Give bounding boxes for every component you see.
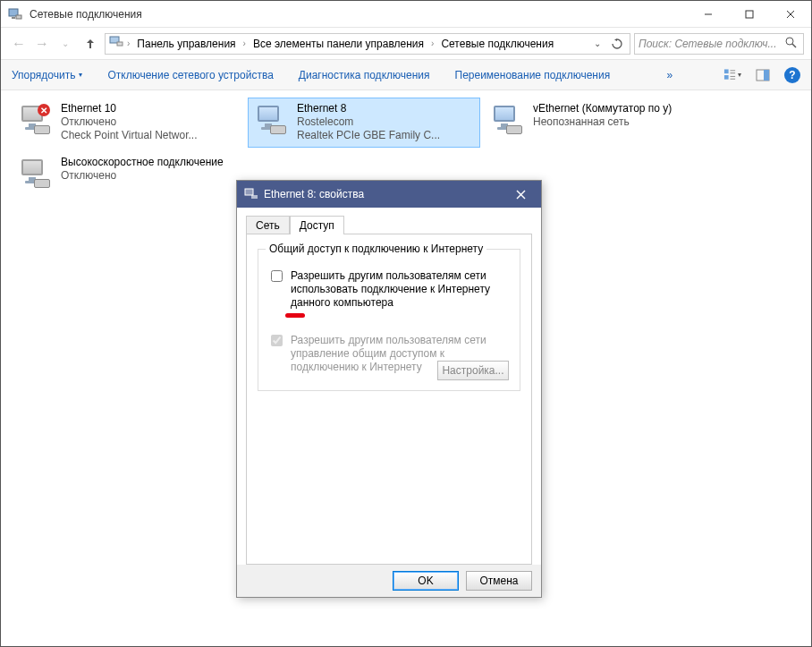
ics-groupbox: Общий доступ к подключению к Интернету Р… bbox=[258, 249, 520, 391]
network-adapter-icon: ✕ bbox=[16, 102, 54, 140]
network-connections-window: Сетевые подключения ← → ⌄ › Панель управ… bbox=[0, 0, 812, 647]
breadcrumb[interactable]: Сетевые подключения bbox=[437, 38, 557, 50]
toolbar-overflow[interactable]: » bbox=[666, 69, 672, 81]
search-icon bbox=[785, 37, 799, 51]
svg-rect-11 bbox=[724, 69, 729, 73]
chevron-right-icon: › bbox=[127, 38, 130, 48]
ok-button[interactable]: OK bbox=[393, 571, 459, 591]
view-options-button[interactable]: ▾ bbox=[723, 66, 741, 84]
chevron-right-icon: › bbox=[431, 38, 434, 48]
maximize-button[interactable] bbox=[729, 1, 770, 28]
connection-item[interactable]: vEthernet (Коммутатор по у) Неопознанная… bbox=[484, 98, 716, 148]
connection-item[interactable]: Ethernet 8 Rostelecom Realtek PCIe GBE F… bbox=[248, 98, 480, 148]
dialog-close-button[interactable] bbox=[507, 181, 534, 208]
svg-point-9 bbox=[786, 38, 793, 45]
refresh-button[interactable] bbox=[608, 35, 626, 53]
address-bar[interactable]: › Панель управления › Все элементы панел… bbox=[105, 33, 630, 55]
connection-detail: Check Point Virtual Networ... bbox=[61, 129, 198, 142]
svg-rect-15 bbox=[731, 75, 736, 76]
connection-status: Отключено bbox=[61, 115, 198, 129]
connection-item[interactable]: ✕ Ethernet 10 Отключено Check Point Virt… bbox=[12, 98, 244, 148]
organize-menu[interactable]: Упорядочить bbox=[12, 69, 82, 81]
allow-sharing-label: Разрешить другим пользователям сети испо… bbox=[291, 269, 511, 310]
search-placeholder: Поиск: Сетевые подключ... bbox=[639, 38, 785, 50]
chevron-right-icon: › bbox=[243, 38, 246, 48]
toolbar: Упорядочить Отключение сетевого устройст… bbox=[1, 60, 811, 90]
breadcrumb[interactable]: Все элементы панели управления bbox=[250, 38, 427, 50]
dialog-button-row: OK Отмена bbox=[237, 565, 541, 597]
nav-bar: ← → ⌄ › Панель управления › Все элементы… bbox=[1, 28, 811, 60]
connection-item[interactable]: Высокоскоростное подключение Отключено bbox=[12, 151, 244, 201]
search-input[interactable]: Поиск: Сетевые подключ... bbox=[634, 33, 804, 55]
connection-name: Ethernet 8 bbox=[297, 102, 440, 115]
connection-status: Отключено bbox=[61, 169, 224, 183]
allow-sharing-checkbox[interactable] bbox=[271, 270, 283, 282]
groupbox-legend: Общий доступ к подключению к Интернету bbox=[266, 243, 486, 255]
forward-button[interactable]: → bbox=[31, 33, 53, 55]
title-bar: Сетевые подключения bbox=[1, 1, 811, 28]
svg-rect-13 bbox=[731, 70, 736, 71]
svg-rect-2 bbox=[16, 15, 21, 19]
address-dropdown[interactable]: ⌄ bbox=[588, 35, 606, 53]
svg-rect-20 bbox=[251, 195, 258, 199]
up-button[interactable] bbox=[80, 33, 101, 55]
svg-rect-12 bbox=[724, 75, 729, 80]
dialog-body: Сеть Доступ Общий доступ к подключению к… bbox=[237, 208, 541, 565]
settings-button: Настройка... bbox=[437, 361, 509, 380]
svg-rect-14 bbox=[731, 72, 736, 73]
svg-rect-4 bbox=[746, 11, 753, 18]
connection-status: Неопознанная сеть bbox=[533, 115, 672, 129]
connection-name: Высокоскоростное подключение bbox=[61, 156, 224, 169]
nav-arrows: ← → ⌄ bbox=[8, 33, 76, 55]
help-button[interactable]: ? bbox=[784, 67, 800, 83]
svg-rect-18 bbox=[764, 70, 769, 81]
svg-line-10 bbox=[792, 44, 796, 47]
breadcrumb[interactable]: Панель управления bbox=[133, 38, 239, 50]
connection-status: Rostelecom bbox=[297, 115, 440, 129]
tab-network[interactable]: Сеть bbox=[246, 216, 290, 234]
tab-panel-access: Общий доступ к подключению к Интернету Р… bbox=[246, 234, 532, 565]
back-button[interactable]: ← bbox=[8, 33, 30, 55]
connection-name: Ethernet 10 bbox=[61, 102, 198, 115]
cancel-button[interactable]: Отмена bbox=[466, 571, 532, 591]
dialog-title: Ethernet 8: свойства bbox=[264, 188, 364, 200]
dialog-title-bar[interactable]: Ethernet 8: свойства bbox=[237, 181, 541, 208]
svg-rect-19 bbox=[245, 189, 253, 195]
network-adapter-icon bbox=[488, 102, 526, 140]
connection-name: vEthernet (Коммутатор по у) bbox=[533, 102, 672, 115]
tab-access[interactable]: Доступ bbox=[290, 216, 344, 234]
allow-sharing-row: Разрешить другим пользователям сети испо… bbox=[267, 269, 511, 310]
disable-device-button[interactable]: Отключение сетевого устройства bbox=[107, 69, 273, 81]
tab-strip: Сеть Доступ bbox=[246, 215, 532, 234]
close-button[interactable] bbox=[770, 1, 811, 28]
annotation-marker bbox=[285, 313, 305, 318]
rename-button[interactable]: Переименование подключения bbox=[455, 69, 611, 81]
network-adapter-icon bbox=[252, 102, 290, 140]
window-controls bbox=[688, 1, 811, 28]
svg-rect-8 bbox=[117, 42, 123, 46]
adapter-icon bbox=[244, 187, 258, 201]
window-title: Сетевые подключения bbox=[30, 8, 688, 21]
svg-rect-1 bbox=[12, 17, 15, 19]
allow-control-checkbox bbox=[271, 335, 283, 346]
network-adapter-icon bbox=[16, 156, 54, 193]
svg-rect-16 bbox=[731, 78, 736, 79]
properties-dialog: Ethernet 8: свойства Сеть Доступ Общий д… bbox=[236, 180, 542, 598]
recent-dropdown[interactable]: ⌄ bbox=[55, 33, 76, 55]
address-icon bbox=[109, 35, 123, 52]
connection-detail: Realtek PCIe GBE Family C... bbox=[297, 129, 440, 142]
minimize-button[interactable] bbox=[688, 1, 729, 28]
preview-pane-button[interactable] bbox=[754, 66, 772, 84]
app-icon bbox=[8, 7, 22, 21]
diagnose-button[interactable]: Диагностика подключения bbox=[299, 69, 430, 81]
